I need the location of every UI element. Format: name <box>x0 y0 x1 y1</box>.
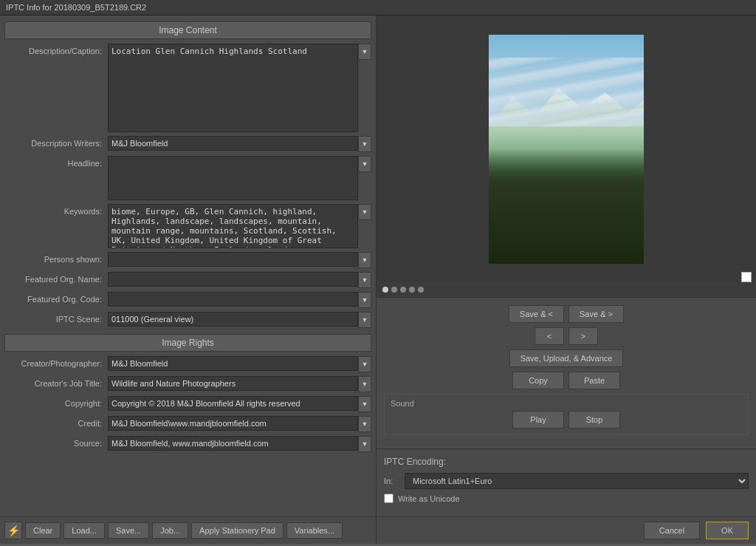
left-scroll[interactable]: Image Content Description/Caption: ▼ Des… <box>0 16 376 516</box>
description-label: Description/Caption: <box>4 44 108 55</box>
description-writers-label: Description Writers: <box>4 136 108 148</box>
copyright-label: Copyright: <box>4 396 108 408</box>
source-dropdown-btn[interactable]: ▼ <box>358 436 371 452</box>
featured-org-name-label: Featured Org. Name: <box>4 272 108 284</box>
headline-dropdown-btn[interactable]: ▼ <box>358 156 371 172</box>
save-upload-button[interactable]: Save, Upload, & Advance <box>509 349 624 367</box>
nav-dot-1 <box>382 287 388 293</box>
source-field: ▼ <box>108 436 371 452</box>
save-nav-row: Save & < Save & > <box>384 305 749 323</box>
image-rights-header: Image Rights <box>4 334 371 352</box>
next-button[interactable]: > <box>568 327 598 345</box>
copy-button[interactable]: Copy <box>512 372 564 389</box>
tree-silhouettes-overlay <box>489 149 644 264</box>
sound-group: Sound Play Stop <box>384 394 749 435</box>
variables-button[interactable]: Variables... <box>286 522 343 539</box>
lightning-button[interactable]: ⚡ <box>4 522 22 539</box>
featured-org-code-dropdown-btn[interactable]: ▼ <box>358 292 371 308</box>
nav-dots <box>377 282 756 297</box>
cancel-button[interactable]: Cancel <box>644 522 700 539</box>
copyright-input[interactable] <box>108 396 358 411</box>
copyright-dropdown-btn[interactable]: ▼ <box>358 396 371 412</box>
sound-label: Sound <box>391 399 742 408</box>
persons-shown-row: Persons shown: ▼ <box>4 252 371 268</box>
featured-org-code-row: Featured Org. Code: ▼ <box>4 292 371 308</box>
stop-button[interactable]: Stop <box>568 411 620 429</box>
apply-stationery-button[interactable]: Apply Stationery Pad <box>191 522 284 539</box>
left-footer: ⚡ Clear Load... Save... Job... Apply Sta… <box>0 516 376 544</box>
sound-row: Play Stop <box>391 411 742 429</box>
persons-shown-label: Persons shown: <box>4 252 108 264</box>
description-writers-input[interactable] <box>108 136 358 151</box>
controls-panel: Save & < Save & > < > Save, Upload, & Ad… <box>377 297 756 448</box>
persons-shown-input[interactable] <box>108 252 358 267</box>
image-preview <box>377 16 756 282</box>
creators-job-dropdown-btn[interactable]: ▼ <box>358 376 371 392</box>
credit-row: Credit: ▼ <box>4 416 371 432</box>
description-dropdown-btn[interactable]: ▼ <box>358 44 371 60</box>
iptc-scene-input[interactable] <box>108 312 358 327</box>
persons-shown-dropdown-btn[interactable]: ▼ <box>358 252 371 268</box>
persons-shown-field: ▼ <box>108 252 371 268</box>
creators-job-field: ▼ <box>108 376 371 392</box>
source-label: Source: <box>4 436 108 448</box>
creator-field: ▼ <box>108 356 371 372</box>
write-as-unicode-label: Write as Unicode <box>398 494 460 503</box>
source-input[interactable] <box>108 436 358 451</box>
load-button[interactable]: Load... <box>63 522 105 539</box>
iptc-scene-dropdown-btn[interactable]: ▼ <box>358 312 371 328</box>
featured-org-name-field: ▼ <box>108 272 371 288</box>
iptc-scene-row: IPTC Scene: ▼ <box>4 312 371 328</box>
description-input[interactable] <box>108 44 358 132</box>
description-writers-row: Description Writers: ▼ <box>4 136 371 152</box>
save-upload-row: Save, Upload, & Advance <box>384 349 749 367</box>
iptc-scene-field: ▼ <box>108 312 371 328</box>
write-as-unicode-checkbox[interactable] <box>384 494 394 503</box>
iptc-scene-label: IPTC Scene: <box>4 312 108 324</box>
source-row: Source: ▼ <box>4 436 371 452</box>
creators-job-label: Creator's Job Title: <box>4 376 108 388</box>
title-bar: IPTC Info for 20180309_B5T2189.CR2 <box>0 0 756 16</box>
headline-label: Headline: <box>4 156 108 168</box>
nav-dot-4 <box>409 287 415 293</box>
clear-button[interactable]: Clear <box>25 522 61 539</box>
featured-org-name-input[interactable] <box>108 272 358 287</box>
headline-field: ▼ <box>108 156 371 200</box>
nav-row: < > <box>384 327 749 345</box>
creator-dropdown-btn[interactable]: ▼ <box>358 356 371 372</box>
image-content-header: Image Content <box>4 21 371 39</box>
credit-dropdown-btn[interactable]: ▼ <box>358 416 371 432</box>
featured-org-code-field: ▼ <box>108 292 371 308</box>
featured-org-code-label: Featured Org. Code: <box>4 292 108 304</box>
back-button[interactable]: < <box>535 327 564 345</box>
save-next-button[interactable]: Save & > <box>568 305 624 323</box>
preview-image <box>489 35 644 264</box>
job-button[interactable]: Job... <box>152 522 188 539</box>
unicode-row: Write as Unicode <box>384 494 749 503</box>
encoding-select[interactable]: Microsoft Latin1+Euro <box>405 473 749 489</box>
keywords-input[interactable] <box>108 204 358 248</box>
save-back-button[interactable]: Save & < <box>509 305 564 323</box>
creators-job-input[interactable] <box>108 376 358 391</box>
featured-org-code-input[interactable] <box>108 292 358 307</box>
copyright-field: ▼ <box>108 396 371 412</box>
save-button[interactable]: Save... <box>108 522 149 539</box>
right-panel: Save & < Save & > < > Save, Upload, & Ad… <box>377 16 756 544</box>
creator-label: Creator/Photographer: <box>4 356 108 368</box>
description-writers-dropdown-btn[interactable]: ▼ <box>358 136 371 152</box>
ok-button[interactable]: OK <box>706 522 749 539</box>
featured-org-name-dropdown-btn[interactable]: ▼ <box>358 272 371 288</box>
description-row: Description/Caption: ▼ <box>4 44 371 132</box>
creator-input[interactable] <box>108 356 358 371</box>
credit-input[interactable] <box>108 416 358 431</box>
keywords-label: Keywords: <box>4 204 108 216</box>
headline-input[interactable] <box>108 156 358 200</box>
description-field: ▼ <box>108 44 371 132</box>
credit-field: ▼ <box>108 416 371 432</box>
play-button[interactable]: Play <box>512 411 564 429</box>
keywords-dropdown-btn[interactable]: ▼ <box>358 204 371 220</box>
nav-dot-3 <box>400 287 406 293</box>
paste-button[interactable]: Paste <box>568 372 620 389</box>
featured-org-name-row: Featured Org. Name: ▼ <box>4 272 371 288</box>
creators-job-row: Creator's Job Title: ▼ <box>4 376 371 392</box>
